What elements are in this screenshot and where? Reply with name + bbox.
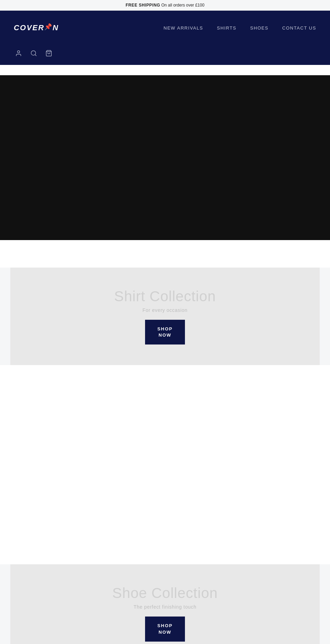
cart-button[interactable] [44, 48, 54, 58]
header: COVER 📌 N NEW ARRIVALS SHIRTS SHOES CONT… [0, 11, 330, 65]
shirt-collection-card: Shirt Collection For every occasion SHOP… [10, 268, 320, 365]
shirt-collection-title: Shirt Collection [114, 288, 216, 305]
logo-text-end: N [53, 23, 59, 32]
nav-item-contact-us[interactable]: CONTACT US [282, 25, 316, 31]
shoe-collection-title: Shoe Collection [112, 585, 218, 601]
account-icon [15, 50, 22, 57]
svg-point-0 [18, 51, 20, 53]
account-button[interactable] [14, 48, 23, 58]
shirts-product-image-area [0, 365, 330, 537]
free-shipping-label: FREE SHIPPING [125, 3, 160, 8]
logo-text-start: COVER [14, 23, 44, 32]
shirt-collection-spacer-top [0, 240, 330, 268]
nav-item-shoes[interactable]: SHOES [250, 25, 268, 31]
header-icons-bar [0, 45, 330, 65]
hero-section [0, 75, 330, 240]
cart-icon [45, 50, 52, 57]
svg-line-2 [35, 55, 36, 56]
nav-item-shirts[interactable]: SHIRTS [217, 25, 236, 31]
shirt-shop-now-button[interactable]: SHOPNOW [145, 320, 185, 344]
free-shipping-detail: On all orders over £100 [160, 3, 205, 8]
header-hero-spacer [0, 65, 330, 75]
logo[interactable]: COVER 📌 N [14, 23, 59, 32]
search-button[interactable] [29, 48, 38, 58]
shoe-shop-now-button[interactable]: SHOPNOW [145, 617, 185, 641]
shoe-collection-card: Shoe Collection The perfect finishing to… [10, 564, 320, 644]
search-icon [30, 50, 37, 57]
shoe-collection-spacer-top [0, 537, 330, 564]
nav-item-new-arrivals[interactable]: NEW ARRIVALS [164, 25, 203, 31]
logo-pin-icon: 📌 [44, 23, 53, 31]
main-nav: NEW ARRIVALS SHIRTS SHOES CONTACT US [164, 25, 316, 31]
announcement-bar: FREE SHIPPING On all orders over £100 [0, 0, 330, 11]
shoe-collection-subtitle: The perfect finishing touch [133, 604, 196, 610]
shirt-collection-subtitle: For every occasion [143, 307, 188, 313]
